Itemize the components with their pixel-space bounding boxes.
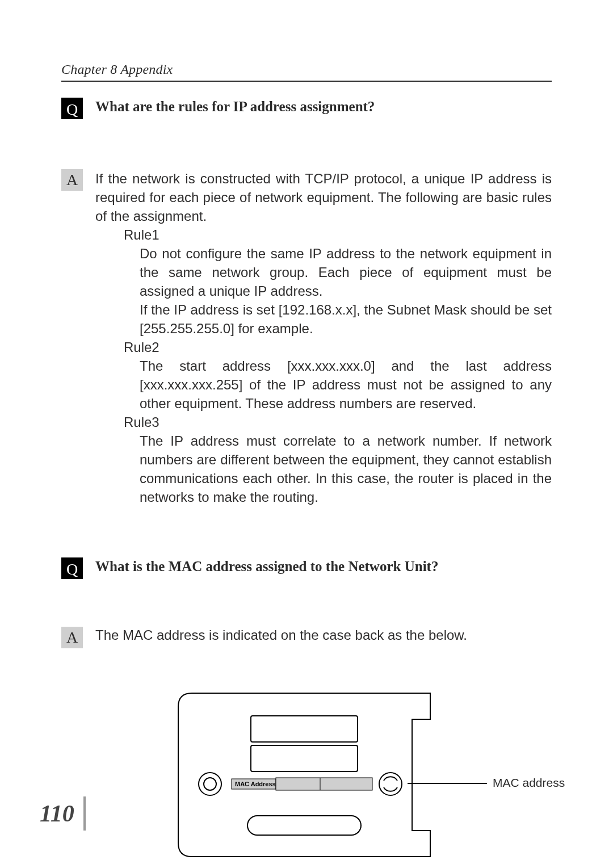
svg-rect-1 [251,745,358,771]
rule1-body-p1: Do not configure the same IP address to … [140,244,552,300]
question-badge-icon: Q [61,98,83,119]
answer-row-2: A The MAC address is indicated on the ca… [61,626,552,644]
rule2-body-p1: The start address [xxx.xxx.xxx.0] and th… [140,357,552,413]
answer-text-2: The MAC address is indicated on the case… [95,626,552,644]
answer-row-1: A If the network is constructed with TCP… [61,169,552,225]
mac-address-callout-label: MAC address [493,776,565,790]
question-text-2: What is the MAC address assigned to the … [95,557,552,576]
svg-point-3 [199,773,221,795]
chapter-header: Chapter 8 Appendix [61,62,552,76]
svg-point-5 [379,773,402,795]
page-number-value: 110 [40,800,83,827]
mac-address-diagram: MAC Address MAC address [175,690,538,869]
qa-block-1: Q What are the rules for IP address assi… [61,98,552,506]
question-row-1: Q What are the rules for IP address assi… [61,98,552,120]
question-text-1: What are the rules for IP address assign… [95,98,552,116]
svg-rect-2 [247,816,361,835]
svg-rect-0 [251,716,358,742]
page-number: 110 [40,795,86,832]
answer-intro-1: If the network is constructed with TCP/I… [95,169,552,225]
device-case-back-icon: MAC Address [175,690,442,860]
rule3-label: Rule3 [124,413,552,431]
callout-connector-line [408,783,487,784]
page-number-separator [83,796,86,831]
rules-list: Rule1 Do not configure the same IP addre… [124,225,552,506]
svg-point-4 [204,778,216,790]
rule2-label: Rule2 [124,338,552,357]
answer-badge-icon: A [61,169,83,191]
svg-rect-7 [276,778,372,790]
rule1-label: Rule1 [124,225,552,244]
question-row-2: Q What is the MAC address assigned to th… [61,557,552,580]
mac-address-small-label: MAC Address [235,781,276,787]
header-divider [61,81,552,82]
qa-block-2: Q What is the MAC address assigned to th… [61,557,552,869]
rule3-body-p1: The IP address must correlate to a netwo… [140,431,552,506]
answer-badge-icon: A [61,627,83,648]
rule1-body-p2: If the IP address is set [192.168.x.x], … [140,300,552,338]
question-badge-icon: Q [61,557,83,579]
